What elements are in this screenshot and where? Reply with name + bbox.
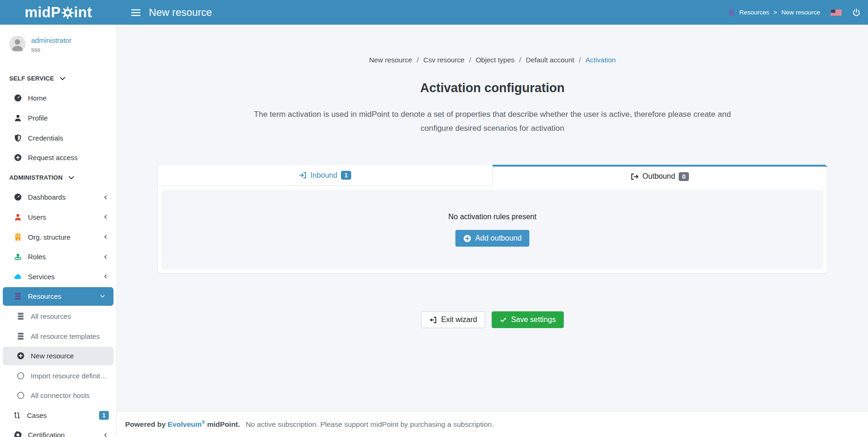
sidebar-item-roles[interactable]: Roles: [0, 247, 116, 267]
wizard-actions: Exit wizard Save settings: [117, 311, 868, 328]
wizard-breadcrumb: New resource/Csv resource/Object types/D…: [117, 56, 868, 64]
main-content: New resource/Csv resource/Object types/D…: [117, 25, 868, 437]
sign-out-icon: [631, 173, 639, 181]
subscription-note: No active subscription. Please support m…: [246, 420, 494, 428]
add-outbound-label: Add outbound: [475, 234, 522, 242]
users-icon: [14, 213, 22, 221]
sidebar-item-request-access[interactable]: Request access: [0, 148, 116, 168]
user-description: sss: [31, 46, 72, 53]
resource-database-icon: [728, 9, 735, 16]
sidebar-menu: SELF SERVICE Home Profile Credentials Re…: [0, 68, 116, 437]
activation-panel: Inbound 1 Outbound 0 No activation rules…: [158, 165, 827, 273]
plus-circle-icon: [463, 235, 471, 242]
tab-label: Outbound: [642, 172, 675, 181]
sidebar: administrator sss SELF SERVICE Home Prof…: [0, 25, 117, 437]
sidebar-item-label: Credentials: [28, 134, 63, 142]
sidebar-item-users[interactable]: Users: [0, 207, 116, 227]
chevron-left-icon: [103, 214, 108, 220]
certificate-icon: [14, 431, 22, 437]
tab-inbound-badge: 1: [341, 171, 351, 180]
breadcrumb-item-current[interactable]: Activation: [586, 56, 616, 64]
outbound-tab-panel: No activation rules present Add outbound: [161, 190, 823, 269]
add-outbound-button[interactable]: Add outbound: [455, 230, 530, 247]
avatar-person-icon: [9, 36, 26, 52]
breadcrumb-item[interactable]: Object types: [476, 56, 514, 64]
breadcrumb-separator: /: [579, 56, 581, 64]
sidebar-item-label: Cases: [27, 411, 47, 419]
section-label: SELF SERVICE: [9, 75, 54, 82]
sidebar-item-label: Home: [28, 94, 47, 102]
sidebar-item-home[interactable]: Home: [0, 88, 116, 108]
logout-button[interactable]: [852, 8, 861, 17]
roles-icon: [14, 253, 22, 261]
breadcrumb-separator: /: [519, 56, 521, 64]
cloud-icon: [14, 273, 22, 281]
header-breadcrumb-current[interactable]: New resource: [781, 9, 820, 16]
cases-icon: [13, 411, 21, 419]
footer-product: midPoint.: [207, 420, 240, 428]
sidebar-item-label: All resource templates: [31, 332, 100, 340]
breadcrumb-separator: /: [417, 56, 419, 64]
breadcrumb-separator: /: [469, 56, 471, 64]
sidebar-item-label: Roles: [28, 253, 46, 261]
sidebar-item-import-resource-definition[interactable]: Import resource definit…: [0, 366, 116, 386]
sidebar-item-org-structure[interactable]: Org. structure: [0, 227, 116, 247]
sidebar-item-resources[interactable]: Resources: [3, 287, 114, 306]
sidebar-item-label: Import resource definit…: [31, 372, 107, 380]
midpoint-logo[interactable]: midP int: [0, 0, 117, 25]
sidebar-item-new-resource[interactable]: New resource: [3, 347, 114, 365]
us-flag-icon: [831, 9, 841, 16]
footer: Powered by Evolveum® midPoint. No active…: [117, 411, 868, 437]
user-panel[interactable]: administrator sss: [9, 36, 72, 53]
sidebar-item-label: All connector hosts: [31, 391, 90, 399]
sidebar-section-administration[interactable]: ADMINISTRATION: [0, 168, 116, 188]
sidebar-item-label: Dashboards: [28, 193, 66, 201]
sidebar-item-profile[interactable]: Profile: [0, 108, 116, 128]
chevron-down-icon: [59, 74, 67, 82]
sidebar-item-cases[interactable]: Cases 1: [0, 405, 116, 425]
tab-inbound[interactable]: Inbound 1: [158, 165, 493, 186]
menu-toggle-button[interactable]: [127, 4, 145, 21]
sidebar-item-label: Services: [28, 273, 55, 281]
footer-powered-by: Powered by: [125, 420, 166, 428]
chevron-left-icon: [103, 254, 108, 260]
save-settings-button[interactable]: Save settings: [492, 311, 564, 328]
sidebar-item-all-connector-hosts[interactable]: All connector hosts: [0, 386, 116, 406]
sidebar-item-label: Certification: [28, 431, 65, 437]
database-icon: [17, 332, 25, 340]
power-icon: [852, 8, 861, 17]
exit-wizard-button[interactable]: Exit wizard: [421, 311, 485, 328]
sidebar-item-credentials[interactable]: Credentials: [0, 128, 116, 148]
circle-icon: [17, 391, 25, 399]
wizard-step-description: The term activation is used in midPoint …: [241, 108, 744, 135]
sidebar-item-label: Request access: [28, 154, 78, 161]
building-icon: [14, 233, 22, 241]
database-icon: [17, 312, 25, 320]
breadcrumb-item[interactable]: Default account: [526, 56, 574, 64]
sidebar-item-all-resource-templates[interactable]: All resource templates: [0, 326, 116, 346]
dashboard-icon: [14, 193, 22, 201]
dashboard-icon: [14, 94, 22, 102]
breadcrumb-item[interactable]: New resource: [369, 56, 412, 64]
plus-circle-icon: [14, 154, 22, 161]
plus-circle-icon: [17, 352, 25, 360]
circle-icon: [17, 372, 25, 380]
sidebar-item-label: Users: [28, 213, 46, 221]
sidebar-item-dashboards[interactable]: Dashboards: [0, 188, 116, 208]
sidebar-item-label: Org. structure: [28, 233, 71, 241]
sidebar-item-all-resources[interactable]: All resources: [0, 306, 116, 326]
language-selector[interactable]: [831, 9, 841, 16]
breadcrumb-item[interactable]: Csv resource: [423, 56, 464, 64]
activation-tabs: Inbound 1 Outbound 0: [158, 165, 827, 186]
evolveum-link[interactable]: Evolveum®: [167, 420, 205, 428]
header-breadcrumb-separator: >: [774, 9, 777, 16]
tab-outbound[interactable]: Outbound 0: [493, 165, 827, 186]
sidebar-item-certification[interactable]: Certification: [0, 425, 116, 437]
sidebar-section-self-service[interactable]: SELF SERVICE: [0, 68, 116, 88]
logo-text-pre: midP: [25, 4, 61, 21]
header-breadcrumb-section[interactable]: Resources: [739, 9, 769, 16]
logo-gear-icon: [61, 7, 74, 19]
header-breadcrumb: Resources > New resource: [728, 9, 820, 16]
sidebar-item-services[interactable]: Services: [0, 267, 116, 287]
chevron-left-icon: [103, 432, 108, 437]
